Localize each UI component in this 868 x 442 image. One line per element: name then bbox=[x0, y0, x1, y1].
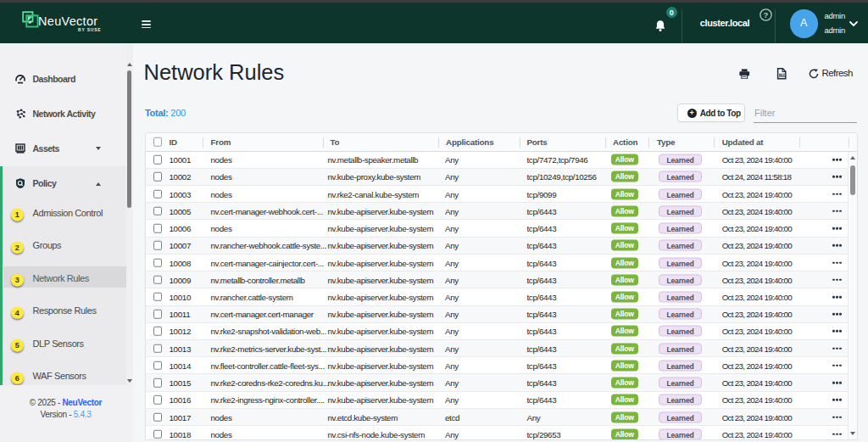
svg-text:?: ? bbox=[764, 10, 769, 20]
svg-text:CSV: CSV bbox=[779, 74, 786, 77]
